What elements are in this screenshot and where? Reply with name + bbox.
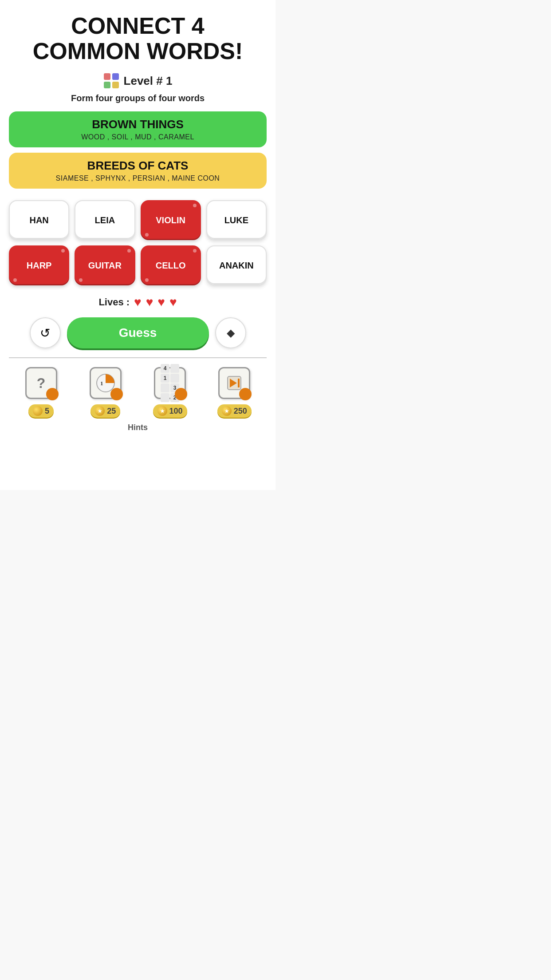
tile-harp[interactable]: HARP	[9, 245, 69, 285]
svg-rect-0	[104, 73, 110, 80]
tile-cello[interactable]: CELLO	[141, 245, 201, 285]
level-row: Level # 1	[103, 73, 173, 89]
category-green-words: WOOD , SOIL , MUD , CARAMEL	[18, 133, 258, 141]
hint-reveal-orange-badge	[46, 388, 59, 400]
hints-footer-label: Hints	[128, 423, 148, 432]
coin-icon-3: ★	[157, 406, 167, 416]
erase-button[interactable]: ◆	[215, 317, 246, 348]
hint-shuffle-orange-badge	[110, 388, 123, 400]
grid-icon	[103, 73, 119, 89]
hints-section: ? 5 1	[9, 357, 267, 432]
hint-shuffle-icon-wrap: 1 2	[88, 365, 123, 401]
hint-numbers-orange-badge	[175, 388, 187, 400]
hint-numbers[interactable]: 4 1 3 2 ★	[152, 365, 188, 418]
hint-skip-card	[218, 367, 250, 399]
hint-shuffle-numbers[interactable]: 1 2 ★ 25	[88, 365, 123, 418]
coin-icon-1	[33, 406, 43, 416]
hint-reveal-cost: 5	[28, 404, 54, 418]
heart-1: ♥	[134, 295, 142, 309]
tile-han[interactable]: HAN	[9, 200, 69, 240]
hint-reveal-cost-num: 5	[45, 407, 49, 416]
hint-skip[interactable]: ★ 250	[216, 365, 252, 418]
eraser-icon: ◆	[227, 327, 235, 339]
page-title: CONNECT 4 COMMON WORDS!	[33, 13, 243, 64]
hint-numbers-icon-wrap: 4 1 3 2	[152, 365, 188, 401]
main-page: CONNECT 4 COMMON WORDS! Level # 1 Form f…	[0, 0, 276, 490]
shuffle-button[interactable]: ↺	[30, 317, 61, 348]
category-green-title: BROWN THINGS	[18, 118, 258, 131]
hint-shuffle-card: 1 2	[90, 367, 122, 399]
category-yellow-words: SIAMESE , SPHYNX , PERSIAN , MAINE COON	[18, 174, 258, 182]
hints-row: ? 5 1	[9, 365, 267, 418]
lives-label: Lives :	[98, 296, 130, 308]
coin-icon-4: ★	[222, 406, 232, 416]
heart-4: ♥	[169, 295, 177, 309]
hint-skip-icon-wrap	[216, 365, 252, 401]
tile-guitar[interactable]: GUITAR	[75, 245, 135, 285]
hint-shuffle-cost: ★ 25	[91, 404, 120, 418]
svg-text:1: 1	[100, 380, 103, 387]
question-icon: ?	[37, 375, 46, 391]
heart-2: ♥	[146, 295, 153, 309]
level-label: Level # 1	[124, 74, 173, 88]
svg-rect-1	[112, 73, 119, 80]
svg-rect-2	[104, 82, 110, 88]
level-subtitle: Form four groups of four words	[71, 93, 205, 103]
tile-violin[interactable]: VIOLIN	[141, 200, 201, 240]
action-row: ↺ Guess ◆	[9, 317, 267, 348]
tile-luke[interactable]: LUKE	[206, 200, 267, 240]
hint-skip-cost: ★ 250	[217, 404, 252, 418]
heart-3: ♥	[157, 295, 165, 309]
hint-skip-cost-num: 250	[234, 407, 247, 416]
hint-reveal-icon-wrap: ?	[24, 365, 59, 401]
hint-skip-orange-badge	[239, 388, 252, 400]
hint-shuffle-cost-num: 25	[107, 407, 116, 416]
hint-reveal[interactable]: ? 5	[24, 365, 59, 418]
svg-text:2: 2	[107, 378, 109, 383]
coin-icon-2: ★	[95, 406, 105, 416]
lives-row: Lives : ♥ ♥ ♥ ♥	[98, 295, 177, 309]
word-grid: HAN LEIA VIOLIN LUKE HARP GUITAR CELLO A…	[9, 200, 267, 285]
hint-numbers-cost: ★ 100	[153, 404, 187, 418]
svg-rect-3	[112, 82, 119, 88]
hint-reveal-card: ?	[25, 367, 57, 399]
category-green: BROWN THINGS WOOD , SOIL , MUD , CARAMEL	[9, 111, 267, 147]
category-yellow: BREEDS OF CATS SIAMESE , SPHYNX , PERSIA…	[9, 153, 267, 189]
hint-numbers-card: 4 1 3 2	[154, 367, 186, 399]
tile-leia[interactable]: LEIA	[75, 200, 135, 240]
svg-rect-9	[238, 379, 240, 387]
hint-numbers-cost-num: 100	[169, 407, 183, 416]
guess-button[interactable]: Guess	[67, 317, 209, 348]
tile-anakin[interactable]: ANAKIN	[206, 245, 267, 285]
category-yellow-title: BREEDS OF CATS	[18, 159, 258, 173]
